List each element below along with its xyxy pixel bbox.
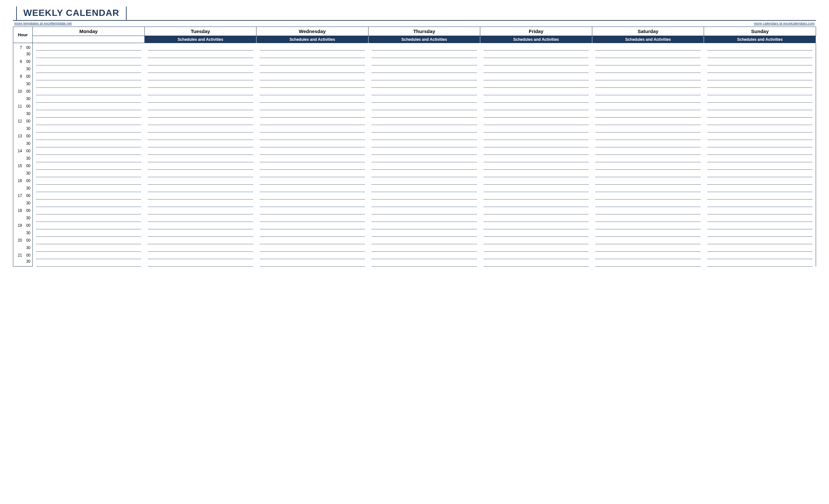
schedule-slot[interactable] [256,147,368,155]
schedule-slot[interactable] [144,95,256,103]
schedule-slot[interactable] [33,117,145,125]
schedule-slot[interactable] [368,80,480,88]
schedule-slot[interactable] [704,65,816,73]
schedule-slot[interactable] [592,192,704,200]
schedule-slot[interactable] [33,73,145,80]
schedule-slot[interactable] [256,214,368,222]
schedule-slot[interactable] [592,88,704,95]
schedule-slot[interactable] [368,95,480,103]
schedule-slot[interactable] [144,252,256,259]
schedule-slot[interactable] [480,177,592,185]
schedule-slot[interactable] [480,185,592,192]
schedule-slot[interactable] [144,162,256,170]
schedule-slot[interactable] [592,170,704,177]
schedule-slot[interactable] [704,110,816,117]
schedule-slot[interactable] [592,244,704,252]
schedule-slot[interactable] [368,237,480,244]
schedule-slot[interactable] [144,73,256,80]
schedule-slot[interactable] [592,147,704,155]
schedule-slot[interactable] [33,43,145,50]
schedule-slot[interactable] [33,214,145,222]
schedule-slot[interactable] [256,200,368,207]
schedule-slot[interactable] [592,133,704,140]
schedule-slot[interactable] [704,192,816,200]
schedule-slot[interactable] [144,170,256,177]
schedule-slot[interactable] [480,207,592,214]
schedule-slot[interactable] [256,237,368,244]
schedule-slot[interactable] [480,88,592,95]
schedule-slot[interactable] [144,80,256,88]
schedule-slot[interactable] [704,177,816,185]
schedule-slot[interactable] [592,58,704,65]
schedule-slot[interactable] [144,103,256,110]
schedule-slot[interactable] [704,88,816,95]
schedule-slot[interactable] [144,229,256,237]
schedule-slot[interactable] [256,252,368,259]
schedule-slot[interactable] [368,177,480,185]
schedule-slot[interactable] [256,125,368,133]
schedule-slot[interactable] [144,147,256,155]
schedule-slot[interactable] [256,170,368,177]
schedule-slot[interactable] [480,162,592,170]
schedule-slot[interactable] [480,192,592,200]
schedule-slot[interactable] [592,43,704,50]
schedule-slot[interactable] [144,222,256,229]
schedule-slot[interactable] [480,73,592,80]
schedule-slot[interactable] [256,43,368,50]
schedule-slot[interactable] [33,103,145,110]
schedule-slot[interactable] [704,73,816,80]
schedule-slot[interactable] [368,252,480,259]
schedule-slot[interactable] [368,229,480,237]
schedule-slot[interactable] [368,185,480,192]
schedule-slot[interactable] [480,147,592,155]
schedule-slot[interactable] [33,244,145,252]
schedule-slot[interactable] [480,117,592,125]
schedule-slot[interactable] [144,185,256,192]
schedule-slot[interactable] [592,259,704,266]
schedule-slot[interactable] [704,162,816,170]
schedule-slot[interactable] [33,170,145,177]
schedule-slot[interactable] [368,222,480,229]
schedule-slot[interactable] [592,117,704,125]
schedule-slot[interactable] [256,185,368,192]
schedule-slot[interactable] [144,237,256,244]
schedule-slot[interactable] [33,229,145,237]
schedule-slot[interactable] [256,259,368,266]
schedule-slot[interactable] [144,244,256,252]
schedule-slot[interactable] [144,125,256,133]
schedule-slot[interactable] [33,200,145,207]
schedule-slot[interactable] [33,65,145,73]
schedule-slot[interactable] [592,177,704,185]
schedule-slot[interactable] [480,65,592,73]
schedule-slot[interactable] [256,110,368,117]
schedule-slot[interactable] [33,147,145,155]
schedule-slot[interactable] [592,214,704,222]
schedule-slot[interactable] [480,155,592,162]
link-calendars[interactable]: more calendars at excelcalendars.com [754,22,815,25]
schedule-slot[interactable] [144,259,256,266]
schedule-slot[interactable] [592,80,704,88]
schedule-slot[interactable] [256,155,368,162]
schedule-slot[interactable] [33,207,145,214]
schedule-slot[interactable] [256,140,368,147]
schedule-slot[interactable] [368,214,480,222]
schedule-slot[interactable] [704,155,816,162]
schedule-slot[interactable] [256,103,368,110]
schedule-slot[interactable] [256,73,368,80]
schedule-slot[interactable] [368,207,480,214]
schedule-slot[interactable] [704,80,816,88]
schedule-slot[interactable] [480,103,592,110]
schedule-slot[interactable] [368,50,480,58]
schedule-slot[interactable] [480,110,592,117]
schedule-slot[interactable] [144,110,256,117]
schedule-slot[interactable] [480,222,592,229]
schedule-slot[interactable] [704,133,816,140]
schedule-slot[interactable] [368,133,480,140]
schedule-slot[interactable] [33,125,145,133]
schedule-slot[interactable] [368,155,480,162]
schedule-slot[interactable] [480,140,592,147]
schedule-slot[interactable] [592,125,704,133]
schedule-slot[interactable] [256,207,368,214]
schedule-slot[interactable] [368,103,480,110]
schedule-slot[interactable] [704,244,816,252]
